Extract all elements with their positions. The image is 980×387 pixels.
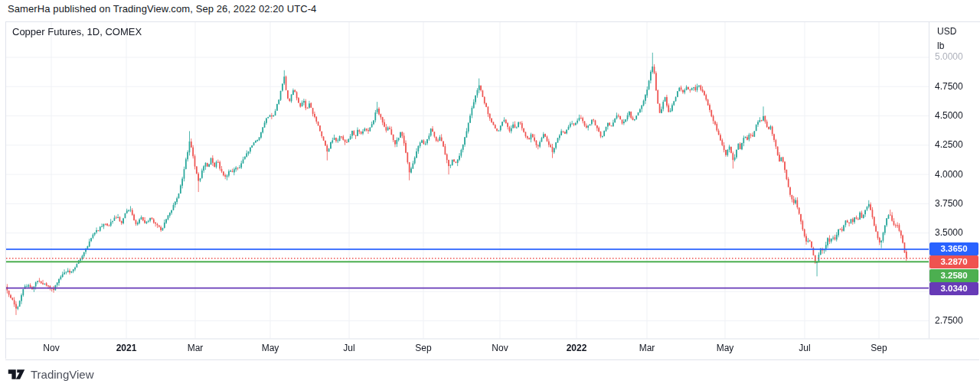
time-tick-label: Nov xyxy=(475,343,524,353)
price-line-label: 3.3650 xyxy=(929,242,978,255)
time-tick-label: May xyxy=(246,343,295,353)
time-tick-label: May xyxy=(701,343,750,353)
axis-currency-label: USD xyxy=(937,26,956,37)
price-tick-label: 5.0000 xyxy=(935,51,963,63)
time-tick-label: Nov xyxy=(27,343,76,353)
tradingview-logo-icon[interactable] xyxy=(8,367,25,382)
time-axis[interactable]: Nov2021MarMayJulSepNov2022MarMayJulSep xyxy=(6,339,980,359)
footer: TradingView xyxy=(8,365,94,383)
time-tick-label: Sep xyxy=(854,343,903,353)
price-axis[interactable]: USD lb 5.00004.75004.50004.25004.00003.7… xyxy=(929,22,980,339)
price-tick-label: 3.7500 xyxy=(935,198,963,210)
tradingview-snapshot: SamerHa published on TradingView.com, Se… xyxy=(0,0,980,387)
axis-unit-label: lb xyxy=(937,41,944,51)
price-line-label: 3.0340 xyxy=(929,282,978,295)
price-line-label: 3.2580 xyxy=(929,269,978,282)
price-tick-label: 4.5000 xyxy=(935,110,963,122)
time-tick-label: 2021 xyxy=(102,343,151,353)
time-tick-label: Mar xyxy=(171,343,220,353)
tradingview-brand-text[interactable]: TradingView xyxy=(31,368,94,381)
price-line-label: 3.2870 xyxy=(929,255,978,268)
price-tick-label: 4.0000 xyxy=(935,169,963,180)
price-tick-label: 3.5000 xyxy=(935,227,963,239)
chart-legend: Copper Futures, 1D, COMEX xyxy=(12,26,142,37)
price-tick-label: 4.7500 xyxy=(935,81,963,93)
time-tick-label: 2022 xyxy=(552,343,601,353)
time-tick-label: Mar xyxy=(622,343,671,353)
price-tick-label: 4.2500 xyxy=(935,139,963,151)
time-tick-label: Jul xyxy=(780,343,829,353)
price-chart-canvas[interactable] xyxy=(0,0,980,387)
time-tick-label: Jul xyxy=(325,343,374,353)
time-tick-label: Sep xyxy=(399,343,448,353)
price-tick-label: 2.7500 xyxy=(935,315,963,327)
